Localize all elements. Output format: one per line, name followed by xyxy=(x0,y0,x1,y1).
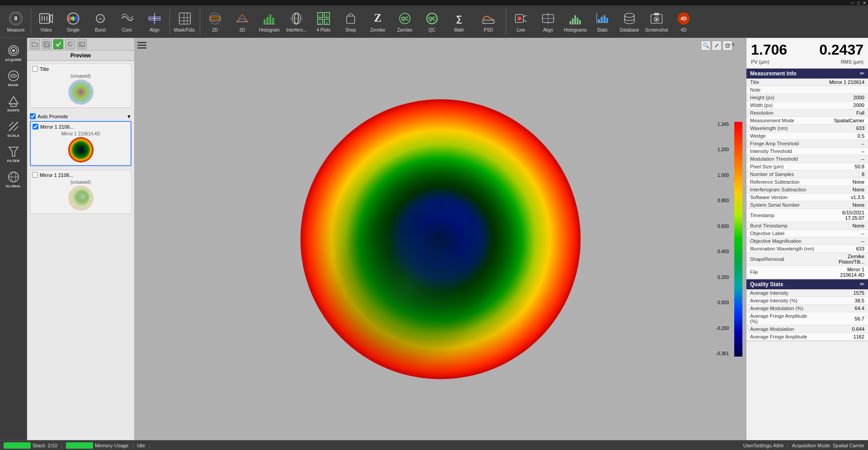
pv-label: PV (μm) xyxy=(751,59,787,65)
table-row: Average Fringe Amplitude1162 xyxy=(746,333,868,341)
preview-item-title-checkbox[interactable] xyxy=(32,66,38,72)
toolbar-measure[interactable]: 8 Measure xyxy=(3,7,29,36)
toolbar-3d[interactable]: 3D xyxy=(229,7,255,36)
row-value: 633 xyxy=(819,125,868,132)
row-label: Resolution xyxy=(746,109,819,117)
toolbar-burst[interactable]: ∞ Burst xyxy=(87,7,113,36)
toolbar-single[interactable]: Single xyxy=(60,7,86,36)
scale-label: 0.400 xyxy=(716,249,729,254)
svg-text:∞: ∞ xyxy=(99,16,102,21)
status-div-2: | xyxy=(132,443,133,448)
status-div-1: | xyxy=(61,443,62,448)
table-row: Pixel Size (μm)50.8 xyxy=(746,163,868,171)
toolbar-video[interactable]: Video xyxy=(33,7,59,36)
auto-promote-chevron[interactable]: ▼ xyxy=(127,114,131,119)
toolbar-psd[interactable]: PSD xyxy=(473,7,504,36)
table-row: Measurement ModeSpatialCarrier xyxy=(746,117,868,125)
preview-item-mirror1-active-header: Mirror 1 2106... xyxy=(33,124,129,130)
svg-rect-28 xyxy=(264,19,266,24)
maximize-button[interactable]: □ xyxy=(857,0,860,5)
minimize-button[interactable]: ─ xyxy=(851,0,854,5)
close-button[interactable]: ✕ xyxy=(863,0,866,5)
row-value: 6/15/2021 17:25:07 xyxy=(819,209,868,222)
measurement-info-table: TitleMirror 1 210614NoteHeight (px)2000W… xyxy=(746,79,868,279)
preview-item-mirror1-active-sublabel: Mirror 1 210614.4D xyxy=(33,131,129,136)
toolbar-4d[interactable]: 4D 4D xyxy=(671,7,697,36)
svg-point-76 xyxy=(655,18,657,20)
sidebar-scale[interactable]: SCALE xyxy=(1,116,26,141)
svg-rect-18 xyxy=(179,13,191,24)
toolbar-divider-4 xyxy=(506,8,506,35)
quality-stats-edit[interactable]: ✏ xyxy=(860,281,864,288)
preview-item-mirror1-active-checkbox[interactable] xyxy=(33,124,38,130)
toolbar-qc[interactable]: QC QC xyxy=(419,7,445,36)
preview-title: Preview xyxy=(27,51,134,61)
preview-item-mirror1-2-sublabel: (unsaved) xyxy=(32,180,129,185)
preview-folder-btn[interactable] xyxy=(30,39,40,49)
toolbar-database[interactable]: Database xyxy=(616,7,643,36)
toolbar-4plots[interactable]: 1 2 3 4 4 Plots xyxy=(310,7,337,36)
row-value: -- xyxy=(819,155,868,163)
row-label: Number of Samples xyxy=(746,171,819,178)
preview-check-btn[interactable] xyxy=(53,39,63,49)
measurement-info-edit[interactable]: ✏ xyxy=(860,70,864,77)
preview-image-btn[interactable] xyxy=(77,39,87,49)
statusbar: Stack: 2/10 | Memory Usage | Idle | User… xyxy=(0,440,868,450)
preview-item-mirror1-2-header: Mirror 1 2106... xyxy=(32,172,129,178)
auto-promote-row: Auto Promote ▼ xyxy=(30,111,131,121)
toolbar-2d[interactable]: 2D xyxy=(202,7,228,36)
toolbar-math[interactable]: ∑ Math xyxy=(446,7,472,36)
preview-toolbar xyxy=(27,38,134,51)
hamburger-menu[interactable] xyxy=(135,38,149,53)
memory-bar xyxy=(66,442,93,449)
canvas-reset-btn[interactable]: ⊡ xyxy=(723,41,732,51)
row-label: Average Intensity (%) xyxy=(746,297,819,305)
row-value: 1162 xyxy=(819,333,868,341)
toolbar-screenshot[interactable]: Screenshot xyxy=(643,7,670,36)
toolbar-shop[interactable]: Shop xyxy=(338,7,364,36)
sidebar-mask[interactable]: MASK xyxy=(1,66,26,90)
toolbar-live[interactable]: Live xyxy=(508,7,534,36)
toolbar-align2[interactable]: Align xyxy=(535,7,561,36)
canvas-pan-btn[interactable]: ⤢ xyxy=(712,41,722,51)
row-value: v1.3.5 xyxy=(819,194,868,201)
scale-label: -0.200 xyxy=(716,326,729,331)
table-row: ShapeRemovalZernike Piston/Tilt... xyxy=(746,253,868,266)
preview-thumb-mirror1 xyxy=(67,136,94,163)
canvas-zoom-btn[interactable]: 🔍 xyxy=(701,41,711,51)
row-value: None xyxy=(819,222,868,230)
toolbar-maskfids[interactable]: Mask/Fids. xyxy=(172,7,198,36)
toolbar-zernike1[interactable]: Z Zernike xyxy=(365,7,391,36)
row-value: 0.644 xyxy=(819,325,868,333)
svg-text:1: 1 xyxy=(319,14,321,18)
toolbar-histograms[interactable]: Histograms xyxy=(562,7,588,36)
preview-item-title-sublabel: (unsaved) xyxy=(32,74,129,79)
svg-line-55 xyxy=(523,20,526,22)
preview-refresh-btn[interactable] xyxy=(65,39,75,49)
preview-save-btn[interactable] xyxy=(42,39,52,49)
toolbar-zernike2[interactable]: QC Zernike xyxy=(392,7,418,36)
row-value: 64.4 xyxy=(819,305,868,312)
toolbar-align[interactable]: Align xyxy=(141,7,168,36)
sidebar-global[interactable]: GLOBAL xyxy=(1,167,26,191)
table-row: Objective Label-- xyxy=(746,230,868,237)
svg-rect-93 xyxy=(45,44,48,46)
preview-item-mirror1-2-checkbox[interactable] xyxy=(32,172,38,178)
row-label: Title xyxy=(746,79,819,86)
toolbar-interfero[interactable]: Interfero... xyxy=(283,7,310,36)
status-div-3: | xyxy=(149,443,150,448)
svg-point-11 xyxy=(75,17,79,21)
preview-item-title-header: Title xyxy=(32,66,129,72)
toolbar-histogram[interactable]: Histogram xyxy=(256,7,282,36)
svg-rect-31 xyxy=(272,18,274,24)
auto-promote-checkbox[interactable] xyxy=(30,113,36,119)
svg-rect-83 xyxy=(11,104,16,107)
sidebar-acquire[interactable]: ACQUIRE xyxy=(1,41,26,65)
toolbar-stats[interactable]: Stats xyxy=(589,7,615,36)
sidebar-shape[interactable]: SHAPE xyxy=(1,91,26,116)
toolbar-cont[interactable]: Cont. xyxy=(114,7,141,36)
settings-file: UserSettings.4dini xyxy=(743,443,784,448)
toolbar: 8 Measure Video Single xyxy=(0,5,868,38)
table-row: Average Intensity (%)38.5 xyxy=(746,297,868,305)
sidebar-filter[interactable]: FILTER xyxy=(1,142,26,166)
